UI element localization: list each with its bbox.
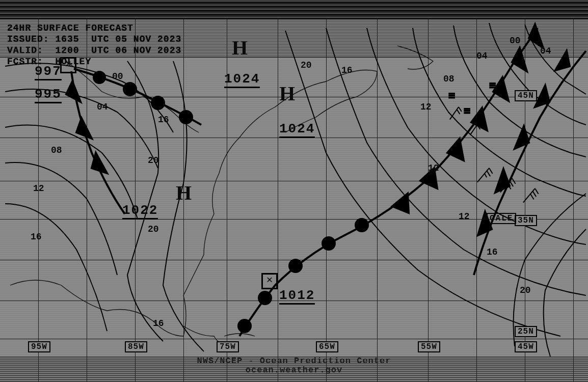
lat-label-35n: 35N — [515, 215, 537, 226]
lon-label-75w: 75W — [217, 341, 239, 352]
header-title: 24HR SURFACE FORECAST — [7, 22, 181, 34]
lat-label-25n: 25N — [515, 326, 537, 337]
footer-source: NWS/NCEP - Ocean Prediction Center — [0, 356, 588, 366]
low-value-1012: 1012 — [279, 288, 315, 305]
iso-label: 12 — [33, 183, 44, 194]
lon-label-55w: 55W — [418, 341, 440, 352]
iso-label: 04 — [540, 46, 551, 56]
high-value-2: 1024 — [279, 121, 315, 138]
high-value-3: 1022 — [122, 203, 158, 220]
lon-label-85w: 85W — [125, 341, 147, 352]
gale-warning-box: GALE — [487, 213, 516, 224]
footer-url: ocean.weather.gov — [0, 365, 588, 375]
iso-label: 00 — [510, 36, 521, 46]
low-value-997: 997 — [35, 64, 62, 80]
low-symbol-atl: ✕ — [261, 273, 278, 289]
iso-label: 04 — [97, 102, 108, 112]
low-symbol-nw: ✕ — [60, 57, 76, 73]
high-symbol-1: H — [232, 36, 248, 60]
iso-label: 08 — [51, 145, 62, 155]
iso-label: 00 — [112, 71, 123, 81]
high-symbol-3: H — [176, 181, 192, 205]
low-value-995: 995 — [35, 87, 62, 103]
lat-label-45n: 45N — [515, 90, 537, 101]
chart-header: 24HR SURFACE FORECAST ISSUED: 1635 UTC 0… — [7, 22, 181, 67]
iso-label: 12 — [428, 163, 439, 173]
iso-label: 16 — [487, 247, 498, 257]
iso-label: 16 — [341, 65, 353, 75]
iso-label: 20 — [148, 224, 159, 234]
lon-label-95w: 95W — [28, 341, 50, 352]
high-value-1: 1024 — [224, 71, 260, 88]
surface-forecast-chart: ≡ ≡ ≡ 24HR SURFACE FORECAST ISSUED: 1635… — [0, 0, 588, 382]
lon-label-65w: 65W — [316, 341, 338, 352]
iso-label: 16 — [31, 232, 42, 242]
header-valid: VALID: 1200 UTC 06 NOV 2023 — [7, 45, 181, 56]
header-issued: ISSUED: 1635 UTC 05 NOV 2023 — [7, 34, 181, 45]
iso-label: 04 — [476, 51, 488, 61]
high-symbol-2: H — [279, 81, 295, 105]
iso-label: 12 — [459, 211, 470, 222]
iso-label: 08 — [443, 74, 455, 84]
lon-label-45w: 45W — [515, 341, 537, 352]
iso-label: 20 — [520, 285, 531, 295]
iso-label: 20 — [301, 60, 312, 70]
iso-label: 20 — [148, 155, 159, 166]
iso-label: 12 — [420, 102, 432, 112]
header-fcstr: FCSTR: HOLLEY — [7, 56, 181, 67]
iso-label: 16 — [153, 318, 164, 329]
iso-label: 16 — [158, 115, 169, 125]
